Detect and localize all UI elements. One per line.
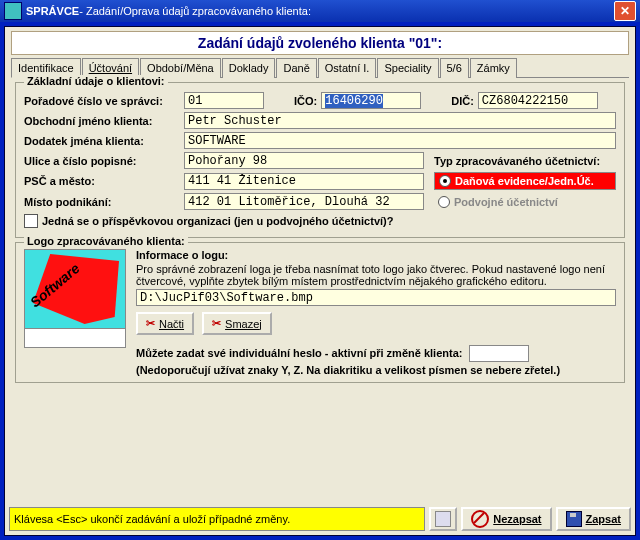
label-ulice: Ulice a číslo popisné: (24, 155, 184, 167)
radio-dot-icon (438, 196, 450, 208)
label-prispevek: Jedná se o příspěvkovou organizaci (jen … (42, 215, 393, 227)
scissors-icon: ✂ (212, 317, 221, 330)
close-button[interactable]: ✕ (614, 1, 636, 21)
logo-info-title: Informace o logu: (136, 249, 616, 261)
label-ico: IČO: (294, 95, 317, 107)
radio-danova[interactable]: Daňová evidence/Jedn.Úč. (434, 172, 616, 190)
fieldset-basic: Základní údaje o klientovi: Pořadové čís… (15, 82, 625, 238)
logo-preview: Software (24, 249, 126, 329)
input-poradove[interactable] (184, 92, 264, 109)
input-obchjm[interactable] (184, 112, 616, 129)
status-text: Klávesa <Esc> ukončí zadávání a uloží př… (9, 507, 425, 531)
input-dodatek[interactable] (184, 132, 616, 149)
button-nezapsat[interactable]: Nezapsat (461, 507, 551, 531)
input-misto[interactable] (184, 193, 424, 210)
app-window: SPRÁVCE - Zadání/Oprava údajů zpracováva… (0, 0, 640, 540)
password-note: (Nedoporučují užívat znaky Y, Z. Na diak… (136, 364, 616, 376)
button-small[interactable] (429, 507, 457, 531)
input-logo-path[interactable] (136, 289, 616, 306)
cancel-icon (471, 510, 489, 528)
tab-56[interactable]: 5/6 (440, 58, 469, 78)
label-dic: DIČ: (451, 95, 474, 107)
window-icon (435, 511, 451, 527)
checkbox-prispevek[interactable] (24, 214, 38, 228)
fieldset-basic-legend: Základní údaje o klientovi: (24, 75, 168, 87)
input-dic[interactable] (478, 92, 598, 109)
app-icon (4, 2, 22, 20)
input-ico[interactable]: 16406290 (321, 92, 421, 109)
radio-dot-icon (439, 175, 451, 187)
logo-preview-wrap: Software (24, 249, 126, 376)
status-bar: Klávesa <Esc> ukončí zadávání a uloží př… (9, 507, 631, 531)
input-password[interactable] (469, 345, 529, 362)
input-psc[interactable] (184, 173, 424, 190)
button-zapsat[interactable]: Zapsat (556, 507, 631, 531)
fieldset-logo: Logo zpracovávaného klienta: Software In… (15, 242, 625, 383)
tab-ostatni[interactable]: Ostatní I. (318, 58, 377, 78)
input-ulice[interactable] (184, 152, 424, 169)
tab-zamky[interactable]: Zámky (470, 58, 517, 78)
button-nacti[interactable]: ✂Načti (136, 312, 194, 335)
client-area: Zadání údajů zvoleného klienta "01": Ide… (4, 26, 636, 536)
button-smazej[interactable]: ✂Smazej (202, 312, 272, 335)
tab-doklady[interactable]: Doklady (222, 58, 276, 78)
label-poradove: Pořadové číslo ve správci: (24, 95, 184, 107)
label-password: Můžete zadat své individuální heslo - ak… (136, 347, 462, 359)
scissors-icon: ✂ (146, 317, 155, 330)
page-header: Zadání údajů zvoleného klienta "01": (11, 31, 629, 55)
label-typ: Typ zpracovávaného účetnictví: (434, 155, 600, 167)
label-psc: PSČ a město: (24, 175, 184, 187)
title-rest: - Zadání/Oprava údajů zpracovávaného kli… (79, 5, 311, 17)
radio-podvojne: Podvojné účetnictví (434, 194, 616, 210)
tab-speciality[interactable]: Speciality (377, 58, 438, 78)
label-misto: Místo podnikání: (24, 196, 184, 208)
save-icon (566, 511, 582, 527)
logo-info-text: Pro správné zobrazení loga je třeba nasn… (136, 263, 616, 287)
label-obchjm: Obchodní jméno klienta: (24, 115, 184, 127)
label-dodatek: Dodatek jména klienta: (24, 135, 184, 147)
titlebar: SPRÁVCE - Zadání/Oprava údajů zpracováva… (0, 0, 640, 22)
fieldset-logo-legend: Logo zpracovávaného klienta: (24, 235, 188, 247)
tab-dane[interactable]: Daně (276, 58, 316, 78)
title-prefix: SPRÁVCE (26, 5, 79, 17)
